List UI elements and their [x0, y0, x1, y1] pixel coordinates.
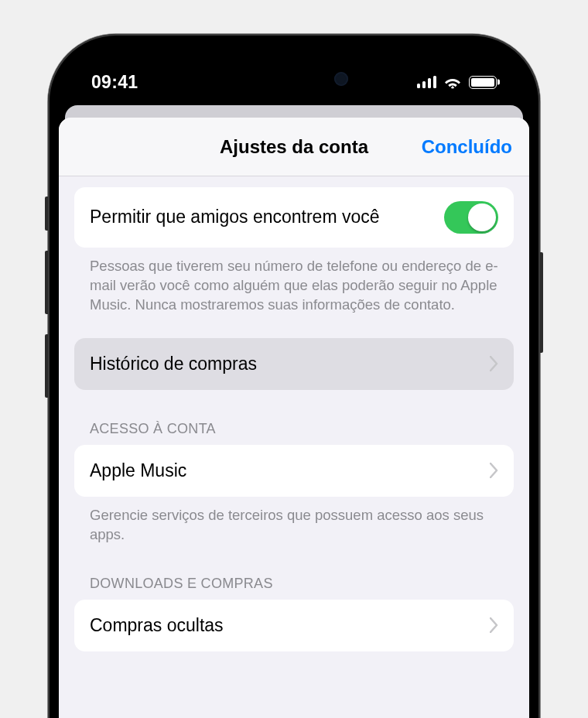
downloads-card: Compras ocultas — [74, 600, 514, 651]
toggle-knob — [468, 203, 496, 231]
front-camera-icon — [334, 72, 348, 86]
chevron-right-icon — [490, 356, 498, 371]
battery-icon — [469, 76, 497, 89]
allow-friends-toggle[interactable] — [444, 201, 498, 234]
purchase-history-card: Histórico de compras — [74, 338, 514, 390]
allow-friends-label: Permitir que amigos encontrem você — [90, 206, 444, 228]
stage: 09:41 Aju — [0, 0, 588, 718]
status-time: 09:41 — [91, 72, 184, 93]
hidden-purchases-label: Compras ocultas — [90, 615, 224, 636]
wifi-icon — [443, 75, 462, 89]
status-indicators — [417, 75, 497, 89]
apple-music-label: Apple Music — [90, 460, 186, 481]
account-access-header: ACESSO À CONTA — [74, 421, 514, 445]
nav-bar: Ajustes da conta Concluído — [59, 118, 529, 176]
friends-footer: Pessoas que tiverem seu número de telefo… — [74, 248, 514, 315]
side-buttons-left — [45, 197, 48, 418]
hidden-purchases-row[interactable]: Compras ocultas — [74, 600, 514, 651]
account-access-card: Apple Music — [74, 445, 514, 497]
screen: 09:41 Aju — [59, 45, 529, 718]
done-button[interactable]: Concluído — [422, 136, 512, 158]
content-area: Permitir que amigos encontrem você Pesso… — [59, 176, 529, 651]
page-title: Ajustes da conta — [220, 136, 368, 158]
downloads-header: DOWNLOADS E COMPRAS — [74, 576, 514, 600]
friends-card: Permitir que amigos encontrem você — [74, 187, 514, 248]
chevron-right-icon — [490, 617, 498, 633]
side-button-right — [540, 252, 543, 353]
settings-sheet: Ajustes da conta Concluído Permitir que … — [59, 118, 529, 718]
cellular-icon — [417, 76, 437, 88]
purchase-history-row[interactable]: Histórico de compras — [74, 338, 514, 390]
apple-music-row[interactable]: Apple Music — [74, 445, 514, 497]
purchase-history-label: Histórico de compras — [90, 354, 257, 374]
dynamic-island — [226, 60, 362, 97]
phone-frame: 09:41 Aju — [48, 34, 540, 718]
allow-friends-toggle-row[interactable]: Permitir que amigos encontrem você — [74, 187, 514, 248]
account-access-footer: Gerencie serviços de terceiros que possu… — [74, 497, 514, 545]
chevron-right-icon — [490, 463, 498, 478]
